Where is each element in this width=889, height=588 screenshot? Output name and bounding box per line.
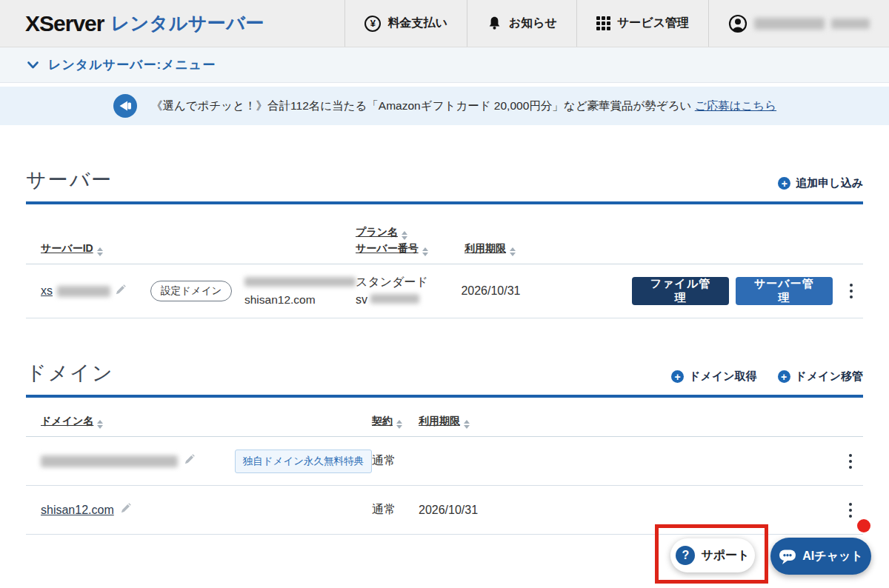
megaphone-icon	[113, 93, 138, 118]
bell-icon	[487, 16, 502, 31]
account-name-blurred	[754, 18, 825, 30]
domain-expiry-date: 2026/10/31	[419, 504, 838, 517]
chevron-down-icon	[27, 61, 39, 69]
sort-plan-name[interactable]: プラン名	[356, 226, 398, 238]
sort-domain-name[interactable]: ドメイン名	[41, 415, 93, 427]
nav-payment[interactable]: ¥ 料金支払い	[344, 0, 466, 47]
server-id-link[interactable]: xs	[41, 284, 53, 298]
domain-table-row: shisan12.com 通常 2026/10/31	[26, 486, 863, 535]
rental-server-menu-bar[interactable]: レンタルサーバー:メニュー	[0, 47, 889, 83]
yen-circle-icon: ¥	[364, 16, 381, 32]
notification-dot	[857, 519, 870, 532]
domain-table-row: 独自ドメイン永久無料特典 通常	[26, 437, 863, 486]
free-domain-perk-badge: 独自ドメイン永久無料特典	[235, 450, 372, 473]
grid-icon	[596, 16, 610, 30]
main-content: サーバー + 追加申し込み サーバーID プラン名 サーバー番号 利用期限 xs	[0, 167, 889, 535]
sort-icon	[97, 420, 103, 429]
add-server-link[interactable]: + 追加申し込み	[778, 176, 863, 190]
chat-bubble-icon	[779, 548, 796, 565]
sort-domain-expiry[interactable]: 利用期限	[419, 415, 460, 427]
domain-row-kebab-menu-icon[interactable]	[838, 450, 863, 473]
sort-icon	[510, 247, 516, 256]
edit-pencil-icon[interactable]	[115, 284, 126, 298]
nav-payment-label: 料金支払い	[387, 16, 447, 31]
plus-circle-icon: +	[778, 177, 790, 190]
account-id-blurred	[831, 19, 870, 29]
sort-icon	[396, 420, 402, 429]
sort-icon	[402, 231, 407, 240]
logo-text-xserver: XServer	[25, 11, 104, 36]
server-plan: スタンダード	[356, 273, 461, 291]
sort-icon	[464, 420, 470, 429]
edit-pencil-icon[interactable]	[184, 454, 195, 468]
server-expiry-date: 2026/10/31	[461, 284, 632, 298]
ai-chat-button[interactable]: AIチャット	[770, 538, 871, 575]
account-icon	[728, 14, 748, 33]
server-number-blurred	[370, 294, 419, 304]
server-section-title: サーバー	[26, 167, 113, 193]
get-domain-label: ドメイン取得	[689, 370, 756, 384]
nav-notifications-label: お知らせ	[509, 16, 557, 31]
sort-icon	[97, 247, 103, 256]
ai-chat-button-label: AIチャット	[802, 549, 863, 564]
sort-server-number[interactable]: サーバー番号	[356, 242, 419, 254]
domain-name-link[interactable]: shisan12.com	[41, 504, 114, 517]
edit-pencil-icon[interactable]	[120, 503, 131, 517]
domain-section-title: ドメイン	[26, 360, 114, 387]
campaign-banner-text: 《選んでポチッと！》合計112名に当たる「Amazonギフトカード 20,000…	[151, 98, 776, 114]
server-domain-blurred	[244, 277, 356, 287]
sort-domain-contract[interactable]: 契約	[372, 415, 393, 427]
domain-table-header: ドメイン名 契約 利用期限	[26, 398, 863, 437]
transfer-domain-link[interactable]: + ドメイン移管	[778, 370, 863, 384]
server-table-header: サーバーID プラン名 サーバー番号 利用期限	[26, 204, 863, 264]
nav-service-management-label: サービス管理	[617, 16, 689, 31]
sort-server-expiry[interactable]: 利用期限	[465, 242, 506, 254]
server-id-blurred	[57, 286, 110, 297]
server-domain-name: shisan12.com	[244, 291, 356, 308]
domain-row-kebab-menu-icon[interactable]	[838, 498, 863, 522]
configured-domain-badge: 設定ドメイン	[150, 281, 232, 301]
top-header: XServer レンタルサーバー ¥ 料金支払い お知らせ サービス管理	[0, 0, 889, 47]
support-button-label: サポート	[701, 548, 749, 564]
plus-circle-icon: +	[778, 370, 790, 383]
file-management-button[interactable]: ファイル管理	[632, 277, 729, 305]
support-button[interactable]: ? サポート	[670, 538, 755, 572]
sort-server-id[interactable]: サーバーID	[41, 242, 93, 254]
question-circle-icon: ?	[676, 546, 695, 565]
domain-contract-type: 通常	[372, 502, 419, 518]
nav-notifications[interactable]: お知らせ	[467, 0, 576, 47]
domain-name-blurred	[41, 455, 178, 467]
get-domain-link[interactable]: + ドメイン取得	[671, 370, 756, 384]
nav-account[interactable]	[708, 0, 889, 47]
server-number-prefix: sv	[356, 293, 367, 306]
logo-text-service: レンタルサーバー	[110, 11, 264, 36]
app-logo[interactable]: XServer レンタルサーバー	[0, 0, 344, 47]
sort-icon	[422, 247, 428, 256]
campaign-banner: 《選んでポチッと！》合計112名に当たる「Amazonギフトカード 20,000…	[0, 87, 889, 125]
transfer-domain-label: ドメイン移管	[796, 370, 863, 384]
plus-circle-icon: +	[671, 370, 684, 383]
server-management-button[interactable]: サーバー管理	[736, 277, 832, 305]
add-server-label: 追加申し込み	[796, 176, 863, 190]
server-row-kebab-menu-icon[interactable]	[839, 279, 864, 303]
rental-server-menu-label: レンタルサーバー:メニュー	[48, 56, 216, 73]
server-table-row: xs 設定ドメイン shisan12.com スタンダード sv 2026/10…	[26, 264, 863, 318]
campaign-apply-link[interactable]: ご応募はこちら	[695, 99, 776, 112]
domain-contract-type: 通常	[372, 453, 419, 469]
nav-service-management[interactable]: サービス管理	[576, 0, 708, 47]
